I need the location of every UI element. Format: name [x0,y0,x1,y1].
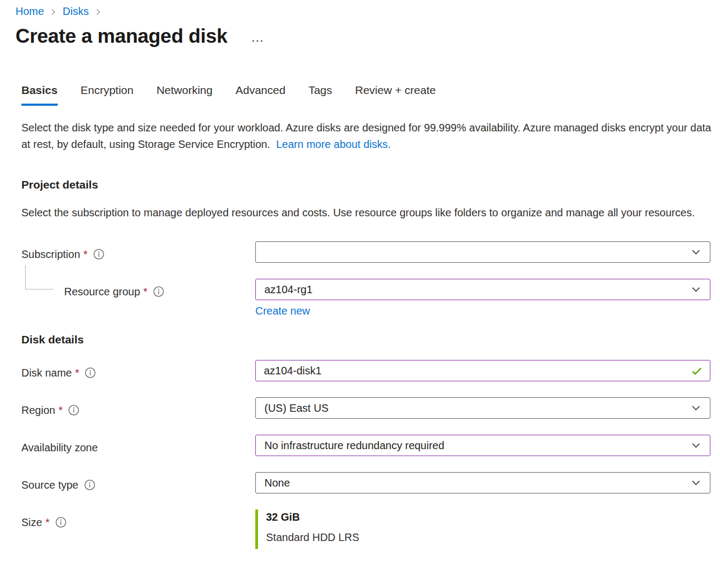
chevron-down-icon [691,247,701,257]
tab-tags[interactable]: Tags [308,84,332,106]
info-icon[interactable] [84,367,96,379]
required-asterisk: * [75,367,79,379]
tab-encryption[interactable]: Encryption [81,84,134,106]
title-row: Create a managed disk ... [0,25,720,48]
region-dropdown[interactable]: (US) East US [255,397,710,419]
project-details-description: Select the subscription to manage deploy… [21,205,708,221]
more-menu-button[interactable]: ... [252,34,264,44]
nesting-connector-line [25,265,53,289]
required-asterisk: * [143,286,147,298]
breadcrumb-link-home[interactable]: Home [15,5,44,18]
size-row: Size * 32 GiB Standard HDD LRS [21,509,720,549]
required-asterisk: * [58,404,62,417]
size-value: 32 GiB [266,511,710,523]
chevron-right-icon [94,8,102,16]
availability-zone-row: Availability zone No infrastructure redu… [21,435,720,456]
size-sku: Standard HDD LRS [266,531,710,544]
availability-zone-dropdown[interactable]: No infrastructure redundancy required [255,435,710,456]
chevron-right-icon [49,8,57,16]
source-type-field-cell: None [255,472,710,493]
disk-name-row: Disk name * [21,360,720,381]
resource-group-dropdown[interactable]: az104-rg1 [255,279,710,300]
region-label-cell: Region * [21,397,255,419]
section-heading-project-details: Project details [21,178,720,191]
learn-more-link[interactable]: Learn more about disks. [276,138,391,150]
tab-basics[interactable]: Basics [21,84,58,106]
info-icon[interactable] [84,479,96,491]
info-icon[interactable] [153,286,165,297]
page-title: Create a managed disk [15,25,228,48]
source-type-label-cell: Source type [21,472,255,493]
create-managed-disk-page: Home Disks Create a managed disk ... Bas… [0,0,720,588]
info-icon[interactable] [68,404,80,416]
subscription-field-cell [255,241,710,263]
region-value: (US) East US [264,402,328,414]
size-label: Size [21,516,42,529]
required-asterisk: * [45,516,50,529]
chevron-down-icon [691,440,701,451]
disk-name-label: Disk name [21,367,72,379]
resource-group-field-cell: az104-rg1 Create new [255,279,710,317]
resource-group-label-cell: Resource group * [21,279,255,300]
chevron-down-icon [691,477,701,488]
source-type-row: Source type None [21,472,720,493]
subscription-dropdown[interactable] [255,241,710,263]
chevron-down-icon [691,403,701,413]
required-asterisk: * [83,248,88,261]
valid-checkmark-icon [691,365,703,379]
resource-group-label: Resource group [64,286,140,298]
info-icon[interactable] [55,516,67,528]
disk-name-label-cell: Disk name * [21,360,255,381]
availability-zone-label-cell: Availability zone [21,435,255,456]
region-field-cell: (US) East US [255,397,710,419]
subscription-label-cell: Subscription * [21,241,255,263]
region-row: Region * (US) East US [21,397,720,419]
disk-name-field-cell [255,360,710,381]
source-type-label: Source type [21,479,79,491]
basics-form: Subscription * Resource group [21,241,720,549]
source-type-value: None [264,477,290,489]
chevron-down-icon [691,284,701,295]
create-new-resource-group-link[interactable]: Create new [255,305,310,317]
tab-bar: Basics Encryption Networking Advanced Ta… [21,84,720,106]
subscription-label: Subscription [21,248,80,261]
size-summary: 32 GiB Standard HDD LRS [255,509,710,549]
breadcrumb-link-disks[interactable]: Disks [62,5,89,18]
resource-group-row: Resource group * az104-rg1 Create new [21,279,720,317]
resource-group-value: az104-rg1 [264,284,312,296]
availability-zone-value: No infrastructure redundancy required [264,440,444,452]
size-label-cell: Size * [21,509,255,531]
intro-text: Select the disk type and size needed for… [21,120,713,153]
tab-networking[interactable]: Networking [156,84,213,106]
subscription-row: Subscription * [21,241,720,263]
breadcrumb: Home Disks [0,0,720,18]
availability-zone-label: Availability zone [21,442,98,454]
tab-review-create[interactable]: Review + create [355,84,436,106]
region-label: Region [21,404,55,417]
info-icon[interactable] [93,248,105,260]
section-heading-disk-details: Disk details [21,333,720,346]
size-field-cell: 32 GiB Standard HDD LRS [255,509,710,549]
source-type-dropdown[interactable]: None [255,472,710,493]
disk-name-input[interactable] [255,360,710,381]
availability-zone-field-cell: No infrastructure redundancy required [255,435,710,456]
tab-advanced[interactable]: Advanced [236,84,285,106]
